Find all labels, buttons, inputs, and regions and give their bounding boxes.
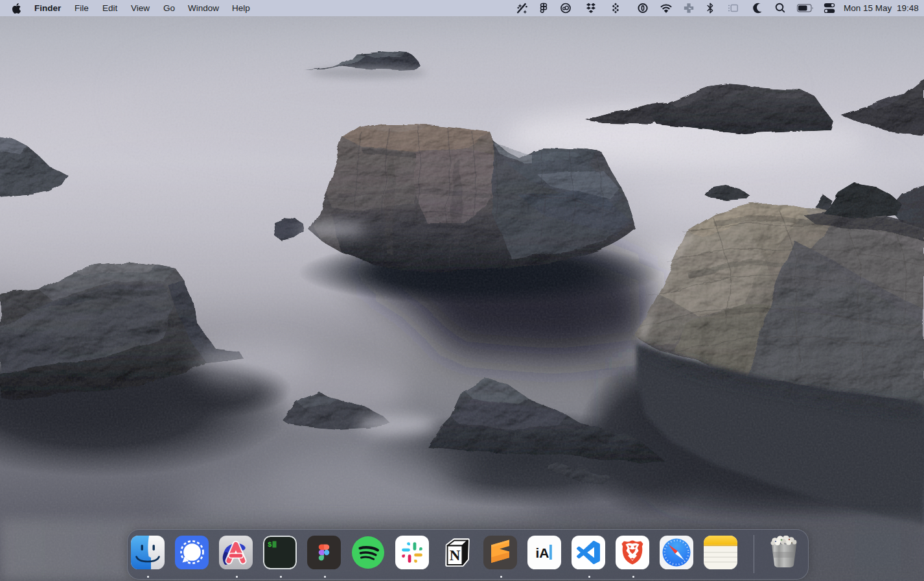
svg-text:$: $ [268, 541, 272, 549]
svg-text:N: N [450, 547, 461, 563]
svg-text:iA: iA [536, 545, 549, 560]
